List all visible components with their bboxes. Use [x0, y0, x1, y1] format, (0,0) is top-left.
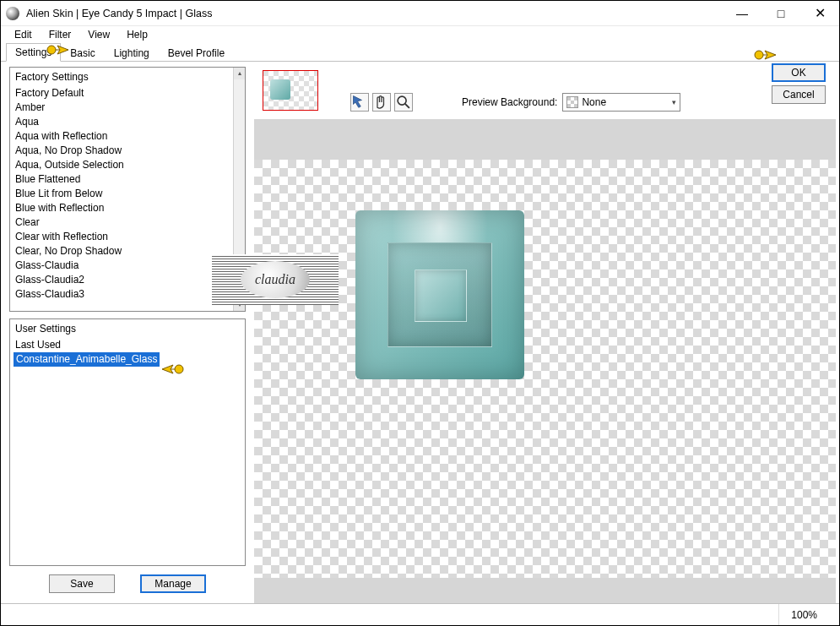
stage-top-strip [254, 119, 836, 160]
list-item[interactable]: Aqua [14, 115, 230, 129]
scroll-down-icon[interactable]: ▾ [234, 299, 246, 311]
list-item[interactable]: Blue with Reflection [14, 201, 230, 215]
stage-bottom-strip [254, 578, 836, 603]
window-title: Alien Skin | Eye Candy 5 Impact | Glass [26, 8, 212, 19]
preview-panel: Preview Background: None ▾ OK Cancel [251, 62, 839, 603]
tab-basic[interactable]: Basic [61, 44, 104, 62]
manage-button[interactable]: Manage [140, 574, 206, 593]
preview-bg-value: None [582, 96, 672, 108]
tab-settings[interactable]: Settings [6, 43, 61, 62]
preview-toolbar: Preview Background: None ▾ OK Cancel [251, 62, 839, 116]
menu-view[interactable]: View [79, 27, 118, 42]
scroll-up-icon[interactable]: ▴ [234, 68, 246, 79]
svg-line-1 [405, 104, 409, 108]
list-item[interactable]: Factory Default [14, 86, 230, 101]
preview-bg-select[interactable]: None ▾ [562, 93, 680, 112]
user-settings-listbox[interactable]: User Settings Last Used Constantine_Anim… [9, 318, 246, 566]
menu-help[interactable]: Help [118, 27, 156, 42]
list-item[interactable]: Aqua with Reflection [14, 129, 230, 144]
preview-stage-wrap [251, 116, 839, 603]
tab-bar: Settings Basic Lighting Bevel Profile [1, 43, 839, 62]
ok-button[interactable]: OK [772, 63, 826, 82]
list-item[interactable]: Glass-Claudia3 [14, 287, 230, 302]
app-window: Alien Skin | Eye Candy 5 Impact | Glass … [0, 0, 840, 626]
tab-bevel-profile[interactable]: Bevel Profile [159, 44, 234, 62]
glass-effect-preview [355, 210, 524, 379]
list-item[interactable]: Aqua, No Drop Shadow [14, 144, 230, 158]
settings-panel: Factory Settings Factory Default Amber A… [1, 62, 251, 603]
content-area: Factory Settings Factory Default Amber A… [1, 62, 839, 603]
minimize-button[interactable]: ― [723, 1, 761, 25]
maximize-button[interactable]: □ [761, 1, 800, 25]
svg-point-0 [398, 96, 406, 105]
status-bar: 100% [1, 603, 839, 625]
hand-tool-icon[interactable] [372, 93, 391, 112]
list-item[interactable]: Amber [14, 101, 230, 115]
select-tool-icon[interactable] [350, 93, 369, 112]
preview-stage[interactable] [254, 160, 836, 578]
factory-settings-listbox[interactable]: Factory Settings Factory Default Amber A… [9, 67, 246, 312]
list-item[interactable]: Clear with Reflection [14, 230, 230, 244]
chevron-down-icon: ▾ [672, 98, 676, 106]
zoom-tool-icon[interactable] [394, 93, 413, 112]
menu-filter[interactable]: Filter [41, 27, 80, 42]
list-item[interactable]: Blue Flattened [14, 172, 230, 187]
list-item[interactable]: Glass-Claudia2 [14, 273, 230, 287]
list-item-selected[interactable]: Constantine_Animabelle_Glass [14, 352, 160, 367]
preview-background-row: Preview Background: None ▾ [462, 93, 680, 112]
app-icon [6, 7, 19, 20]
cancel-button[interactable]: Cancel [772, 85, 826, 104]
preview-bg-label: Preview Background: [462, 96, 557, 108]
save-button[interactable]: Save [49, 574, 115, 593]
menu-bar: Edit Filter View Help [1, 26, 839, 43]
list-item[interactable]: Clear, No Drop Shadow [14, 244, 230, 259]
scrollbar[interactable]: ▴ ▾ [233, 68, 245, 311]
user-settings-header: User Settings [14, 321, 241, 338]
list-item[interactable]: Glass-Claudia [14, 259, 230, 273]
preview-tools [350, 93, 413, 112]
zoom-level: 100% [778, 604, 829, 625]
title-bar: Alien Skin | Eye Candy 5 Impact | Glass … [1, 1, 839, 26]
list-item[interactable]: Last Used [14, 338, 241, 352]
tab-lighting[interactable]: Lighting [105, 44, 159, 62]
settings-button-row: Save Manage [9, 573, 246, 598]
checker-swatch-icon [566, 96, 578, 108]
list-item[interactable]: Clear [14, 215, 230, 230]
close-button[interactable]: ✕ [800, 1, 839, 25]
factory-settings-header: Factory Settings [14, 69, 230, 86]
menu-edit[interactable]: Edit [6, 27, 41, 42]
list-item[interactable]: Blue Lit from Below [14, 187, 230, 201]
preview-thumbnail[interactable] [263, 70, 318, 111]
list-item[interactable]: Aqua, Outside Selection [14, 158, 230, 172]
dialog-buttons: OK Cancel [772, 63, 826, 104]
